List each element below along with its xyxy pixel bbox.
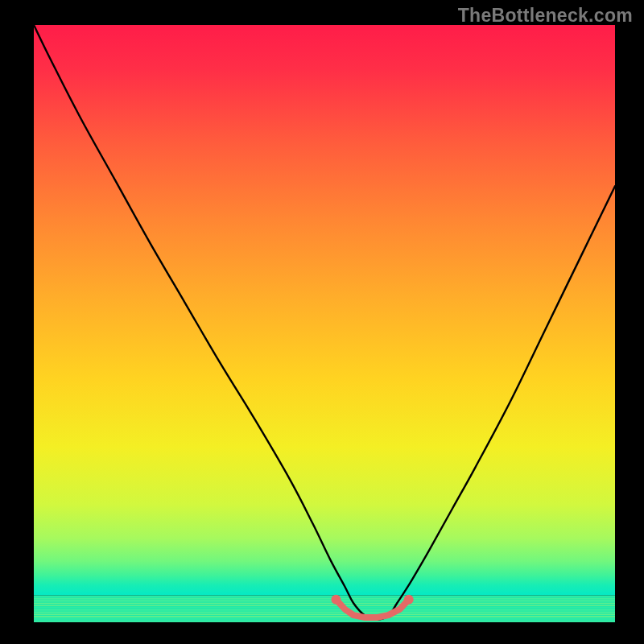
trough-notch-dot — [331, 595, 341, 605]
watermark-text: TheBottleneck.com — [458, 5, 633, 27]
chart-bottom-band — [34, 596, 615, 622]
plot-area — [34, 25, 615, 622]
trough-notch-dot — [404, 595, 414, 605]
chart-svg — [34, 25, 615, 622]
app-frame: TheBottleneck.com — [0, 0, 644, 644]
chart-background — [34, 25, 615, 596]
